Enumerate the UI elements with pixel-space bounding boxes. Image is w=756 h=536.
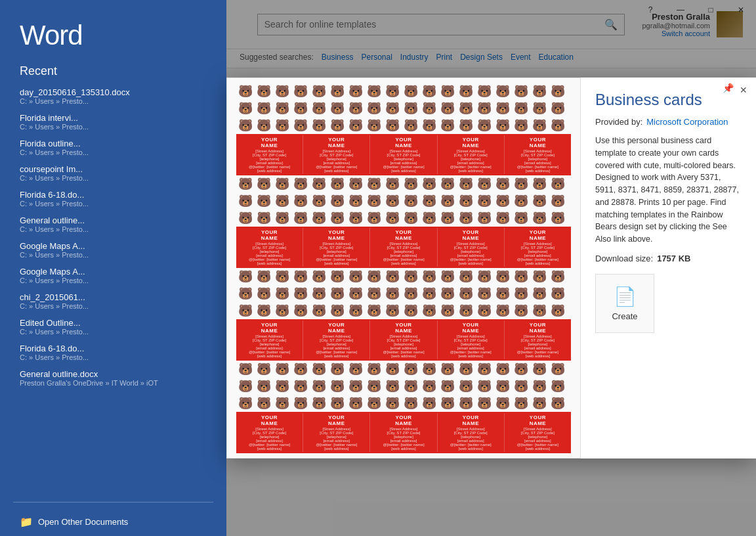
bear-icon: 🐻 — [402, 175, 420, 192]
bear-icon: 🐻 — [549, 83, 567, 100]
bear-icon: 🐻 — [512, 192, 530, 210]
sidebar-recent-item[interactable]: Edited Outline... C: » Users » Presto... — [0, 314, 226, 340]
bear-icon: 🐻 — [512, 117, 530, 134]
sidebar-recent-item[interactable]: General outline... C: » Users » Presto..… — [0, 212, 226, 237]
bear-icon: 🐻 — [365, 210, 383, 227]
bear-icon: 🐻 — [420, 378, 438, 395]
sidebar-recent-item[interactable]: Florida 6-18.do... C: » Users » Presto..… — [0, 186, 226, 212]
bear-icon: 🐻 — [236, 395, 255, 412]
bear-icon: 🐻 — [420, 117, 438, 134]
recent-item-path: C: » Users » Presto... — [20, 277, 203, 284]
bear-icon: 🐻 — [549, 117, 567, 134]
bear-icon: 🐻 — [365, 395, 383, 412]
bear-icon: 🐻 — [291, 83, 310, 100]
card-info-cell: YOURNAME[Street Address][City, ST ZIP Co… — [438, 321, 505, 359]
bear-icon: 🐻 — [365, 175, 383, 192]
modal-download-label: Download size: — [595, 254, 653, 263]
sidebar-recent-item[interactable]: Florida outline... C: » Users » Presto..… — [0, 135, 226, 160]
bear-icon: 🐻 — [383, 210, 402, 227]
bear-icon: 🐻 — [328, 83, 346, 100]
card-info-row: YOURNAME[Street Address][City, ST ZIP Co… — [236, 227, 571, 268]
recent-list: day_20150616_135310.docx C: » Users » Pr… — [0, 83, 226, 497]
sidebar-recent-item[interactable]: Florida intervi... C: » Users » Presto..… — [0, 109, 226, 135]
bear-icon: 🐻 — [310, 83, 328, 100]
bear-icon: 🐻 — [457, 361, 475, 378]
sidebar-recent-item[interactable]: day_20150616_135310.docx C: » Users » Pr… — [0, 83, 226, 109]
sidebar-recent-item[interactable]: coursepoint Im... C: » Users » Presto... — [0, 160, 226, 186]
modal-create-button[interactable]: 📄 Create — [595, 274, 654, 333]
card-info-cell: YOURNAME[Street Address][City, ST ZIP Co… — [370, 321, 437, 359]
sidebar-recent-item[interactable]: Google Maps A... C: » Users » Presto... — [0, 263, 226, 288]
recent-item-path: C: » Users » Presto... — [20, 251, 203, 259]
bear-icon: 🐻 — [549, 378, 567, 395]
bear-row: 🐻🐻🐻🐻🐻🐻🐻🐻🐻🐻🐻🐻🐻🐻🐻🐻🐻🐻 — [236, 285, 571, 302]
card-info-cell: YOURNAME[Street Address][City, ST ZIP Co… — [303, 321, 370, 359]
bear-icon: 🐻 — [530, 175, 549, 192]
open-other-documents[interactable]: 📁 Open Other Documents — [0, 508, 226, 536]
bear-row: 🐻🐻🐻🐻🐻🐻🐻🐻🐻🐻🐻🐻🐻🐻🐻🐻🐻🐻 — [236, 268, 571, 285]
modal-close-button[interactable]: ✕ — [736, 83, 751, 97]
modal-dialog: ✕ 📌 🐻🐻🐻🐻🐻🐻🐻🐻🐻🐻🐻🐻🐻🐻🐻🐻🐻🐻🐻🐻🐻🐻🐻🐻🐻🐻🐻🐻🐻🐻🐻🐻🐻🐻🐻🐻… — [226, 78, 756, 458]
bear-icon: 🐻 — [365, 361, 383, 378]
bear-icon: 🐻 — [420, 361, 438, 378]
bear-icon: 🐻 — [420, 100, 438, 117]
bear-icon: 🐻 — [346, 83, 365, 100]
bear-icon: 🐻 — [438, 378, 457, 395]
bear-icon: 🐻 — [512, 268, 530, 285]
bear-icon: 🐻 — [236, 210, 255, 227]
bear-icon: 🐻 — [328, 192, 346, 210]
modal-provider-link[interactable]: Microsoft Corporation — [646, 117, 728, 127]
recent-item-name: coursepoint Im... — [20, 164, 203, 174]
bear-icon: 🐻 — [457, 268, 475, 285]
bear-icon: 🐻 — [494, 117, 512, 134]
bear-icon: 🐻 — [310, 175, 328, 192]
bear-icon: 🐻 — [383, 395, 402, 412]
bear-icon: 🐻 — [255, 100, 273, 117]
bear-row: 🐻🐻🐻🐻🐻🐻🐻🐻🐻🐻🐻🐻🐻🐻🐻🐻🐻🐻 — [236, 192, 571, 210]
bear-icon: 🐻 — [438, 117, 457, 134]
bear-icon: 🐻 — [402, 378, 420, 395]
modal-info: Business cards Provided by: Microsoft Co… — [581, 78, 756, 458]
recent-item-path: Preston Gralla's OneDrive » IT World » i… — [20, 379, 203, 387]
bear-icon: 🐻 — [273, 117, 291, 134]
bear-icon: 🐻 — [420, 395, 438, 412]
bear-icon: 🐻 — [457, 395, 475, 412]
bear-row: 🐻🐻🐻🐻🐻🐻🐻🐻🐻🐻🐻🐻🐻🐻🐻🐻🐻🐻 — [236, 378, 571, 395]
bear-icon: 🐻 — [328, 395, 346, 412]
recent-item-path: C: » Users » Presto... — [20, 302, 203, 310]
bear-icon: 🐻 — [420, 302, 438, 319]
bear-icon: 🐻 — [420, 83, 438, 100]
bear-icon: 🐻 — [236, 302, 255, 319]
recent-item-name: Florida outline... — [20, 139, 203, 148]
bear-icon: 🐻 — [438, 175, 457, 192]
bear-icon: 🐻 — [383, 83, 402, 100]
bear-icon: 🐻 — [310, 117, 328, 134]
bear-icon: 🐻 — [255, 175, 273, 192]
sidebar-recent-item[interactable]: chi_2_2015061... C: » Users » Presto... — [0, 288, 226, 314]
recent-item-name: Google Maps A... — [20, 267, 203, 277]
recent-item-path: C: » Users » Presto... — [20, 200, 203, 208]
bear-icon: 🐻 — [273, 361, 291, 378]
bear-icon: 🐻 — [530, 83, 549, 100]
bear-row: 🐻🐻🐻🐻🐻🐻🐻🐻🐻🐻🐻🐻🐻🐻🐻🐻🐻🐻 — [236, 83, 571, 100]
bear-icon: 🐻 — [255, 378, 273, 395]
recent-item-path: C: » Users » Presto... — [20, 174, 203, 182]
modal-pin-icon[interactable]: 📌 — [723, 83, 734, 93]
recent-item-path: C: » Users » Presto... — [20, 353, 203, 361]
bear-icon: 🐻 — [530, 285, 549, 302]
recent-item-path: C: » Users » Presto... — [20, 225, 203, 233]
sidebar-recent-item[interactable]: Florida 6-18.do... C: » Users » Presto..… — [0, 340, 226, 365]
bear-icon: 🐻 — [346, 175, 365, 192]
sidebar-recent-item[interactable]: General outline.docx Preston Gralla's On… — [0, 365, 226, 391]
bear-icon: 🐻 — [365, 378, 383, 395]
bear-icon: 🐻 — [512, 378, 530, 395]
bear-icon: 🐻 — [549, 100, 567, 117]
bear-icon: 🐻 — [494, 361, 512, 378]
card-info-cell: YOURNAME[Street Address][City, ST ZIP Co… — [236, 321, 303, 359]
bear-icon: 🐻 — [420, 175, 438, 192]
recent-item-path: C: » Users » Presto... — [20, 328, 203, 336]
bear-icon: 🐻 — [512, 175, 530, 192]
sidebar-recent-item[interactable]: Google Maps A... C: » Users » Presto... — [0, 237, 226, 263]
bear-icon: 🐻 — [512, 361, 530, 378]
bear-icon: 🐻 — [475, 361, 494, 378]
